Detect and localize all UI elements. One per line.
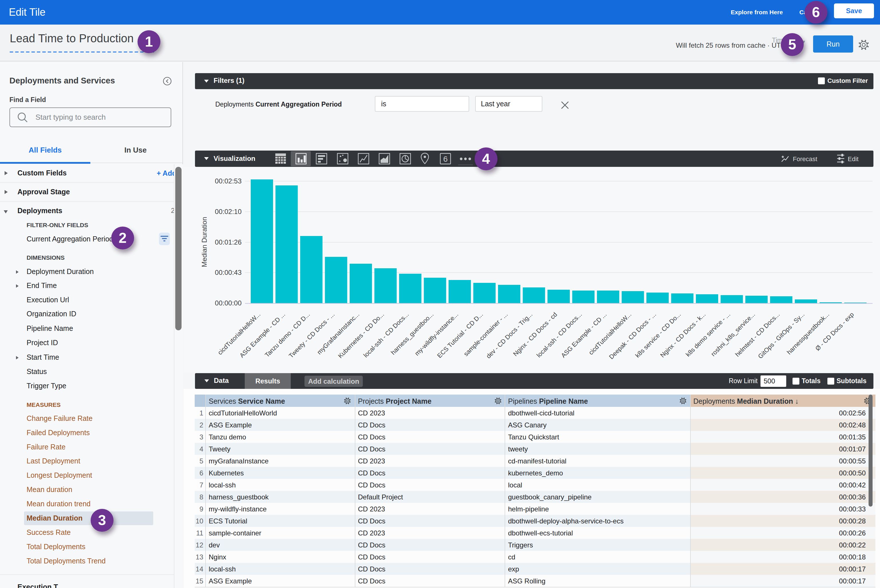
svg-text:sample-container - ...: sample-container - ... (462, 311, 509, 358)
svg-text:helmtest - CD Docs...: helmtest - CD Docs... (734, 311, 781, 358)
svg-text:dev - CD Docs - Trig...: dev - CD Docs - Trig... (484, 311, 534, 360)
svg-text:00:00:43: 00:00:43 (215, 268, 242, 276)
svg-text:harnessguestbook...: harnessguestbook... (785, 311, 830, 356)
svg-text:k8s demo service - ...: k8s demo service - ... (684, 311, 732, 358)
svg-text:myGrafanaInstanc...: myGrafanaInstanc... (316, 311, 361, 356)
svg-text:ASG Example - CD ...: ASG Example - CD ... (560, 311, 608, 359)
svg-text:Nginx - CD Docs - k...: Nginx - CD Docs - k... (659, 311, 707, 359)
svg-text:harness_guestboo...: harness_guestboo... (390, 311, 435, 356)
svg-text:Median Duration: Median Duration (200, 217, 208, 267)
svg-text:cicdTutorialHelloW...: cicdTutorialHelloW... (217, 311, 262, 356)
svg-text:roshni_k8s_service...: roshni_k8s_service... (710, 311, 757, 358)
svg-text:Deepak - CD Docs - ...: Deepak - CD Docs - ... (608, 311, 657, 361)
svg-text:6: 6 (443, 154, 448, 164)
svg-text:Tanzu demo - CD D...: Tanzu demo - CD D... (263, 311, 311, 358)
svg-text:Tweety - CD Docs - ...: Tweety - CD Docs - ... (287, 311, 336, 359)
svg-text:Nginx - CD Docs - cd: Nginx - CD Docs - cd (512, 311, 559, 358)
svg-text:k8s service - CD Do...: k8s service - CD Do... (634, 311, 682, 359)
svg-text:00:00:00: 00:00:00 (215, 299, 242, 307)
svg-text:GitOps - GitOps - Sy...: GitOps - GitOps - Sy... (757, 311, 806, 360)
svg-text:Kubernetes - CD Do...: Kubernetes - CD Do... (337, 311, 385, 360)
svg-text:00:01:26: 00:01:26 (215, 238, 242, 246)
svg-text:cicdTutorialHelloW...: cicdTutorialHelloW... (587, 311, 633, 356)
svg-text:my-wildfly-instance...: my-wildfly-instance... (413, 311, 459, 357)
svg-text:00:02:10: 00:02:10 (215, 208, 242, 215)
svg-text:ASG Example - CD ...: ASG Example - CD ... (238, 311, 286, 359)
svg-text:00:02:53: 00:02:53 (215, 177, 242, 185)
svg-text:local-ssh - CD Docs...: local-ssh - CD Docs... (362, 311, 410, 359)
svg-text:local-ssh - CD Docs...: local-ssh - CD Docs... (535, 311, 583, 359)
svg-text:ECS Tutorial - CD D...: ECS Tutorial - CD D... (436, 311, 484, 359)
